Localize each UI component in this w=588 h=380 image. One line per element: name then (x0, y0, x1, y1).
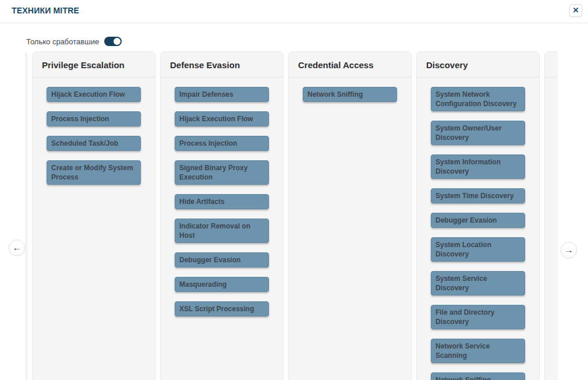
toggle-knob-icon (114, 38, 121, 45)
technique-chip[interactable]: XSL Script Processing (175, 301, 269, 316)
modal-header: ТЕХНИКИ MITRE ✕ (0, 0, 588, 23)
arrow-right-icon: → (565, 245, 573, 255)
technique-chip[interactable]: Scheduled Task/Job (47, 136, 141, 151)
technique-chip[interactable]: Signed Binary Proxy Execution (175, 160, 269, 185)
technique-chip[interactable]: System Owner/User Discovery (431, 121, 525, 145)
technique-chip[interactable]: Debugger Evasion (431, 213, 525, 228)
technique-chip[interactable]: Network Service Scanning (431, 339, 525, 363)
tactic-column-header: Discovery (417, 52, 539, 78)
technique-chip[interactable]: Indicator Removal on Host (175, 219, 269, 243)
technique-chip[interactable]: Process Injection (47, 111, 141, 126)
tactic-column: Credential AccessNetwork Sniffing (288, 51, 412, 380)
filter-toggle-label: Только сработавшие (26, 37, 99, 46)
arrow-left-icon: ← (13, 242, 22, 252)
technique-chip[interactable]: File and Directory Discovery (431, 305, 525, 329)
technique-chip[interactable]: Network Sniffing (431, 372, 525, 380)
technique-list: Hijack Execution FlowProcess InjectionSc… (33, 78, 155, 203)
carousel-prev-button[interactable]: ← (9, 240, 25, 256)
carousel-viewport: Privilege EscalationHijack Execution Flo… (25, 51, 558, 380)
technique-chip[interactable]: System Network Configuration Discovery (431, 87, 525, 111)
technique-chip[interactable]: Impair Defenses (175, 87, 269, 102)
technique-chip[interactable]: System Location Discovery (431, 237, 525, 262)
technique-chip[interactable]: Hijack Execution Flow (47, 87, 141, 102)
carousel-next-button[interactable]: → (561, 242, 577, 258)
tactic-column-title: Credential Access (298, 60, 402, 70)
carousel-strip: Privilege EscalationHijack Execution Flo… (25, 51, 558, 380)
close-button[interactable]: ✕ (569, 4, 582, 17)
tactic-column-header: Credential Access (289, 52, 411, 78)
modal-title: ТЕХНИКИ MITRE (12, 6, 79, 15)
technique-chip[interactable]: System Time Discovery (431, 188, 525, 203)
technique-list: Network Sniffing (289, 78, 411, 121)
filter-toolbar: Только сработавшие (26, 35, 122, 48)
offscreen-column-edge (25, 51, 27, 380)
technique-chip[interactable]: System Service Discovery (431, 271, 525, 295)
tactic-column: Privilege EscalationHijack Execution Flo… (32, 51, 155, 380)
mitre-techniques-modal: ТЕХНИКИ MITRE ✕ Только сработавшие Privi… (0, 0, 588, 380)
technique-chip[interactable]: Process Injection (175, 136, 269, 151)
technique-chip[interactable]: Hide Artifacts (175, 194, 269, 209)
tactic-column-title: Privilege Escalation (42, 60, 146, 70)
tactic-column-title: Defense Evasion (170, 60, 274, 70)
technique-chip[interactable]: Network Sniffing (303, 87, 397, 102)
technique-chip[interactable]: Debugger Evasion (175, 252, 269, 268)
technique-chip[interactable]: Create or Modify System Process (47, 160, 141, 185)
technique-list: System Network Configuration DiscoverySy… (417, 78, 539, 380)
technique-list: Impair DefensesHijack Execution FlowProc… (161, 78, 283, 335)
technique-chip[interactable]: Hijack Execution Flow (175, 111, 269, 126)
tactic-column: DiscoverySystem Network Configuration Di… (416, 51, 540, 380)
tactic-column-title: Discovery (426, 60, 530, 70)
technique-chip[interactable]: Masquerading (175, 277, 269, 292)
close-icon: ✕ (573, 6, 579, 15)
filter-toggle[interactable] (104, 37, 122, 46)
tactic-column-title (554, 60, 558, 70)
tactic-column-header: Defense Evasion (161, 52, 283, 78)
tactic-column (544, 51, 558, 380)
tactic-column: Defense EvasionImpair DefensesHijack Exe… (160, 51, 284, 380)
technique-chip[interactable]: System Information Discovery (431, 154, 525, 179)
tactic-column-header (545, 52, 558, 78)
tactic-column-header: Privilege Escalation (33, 52, 155, 78)
technique-list (545, 78, 558, 96)
